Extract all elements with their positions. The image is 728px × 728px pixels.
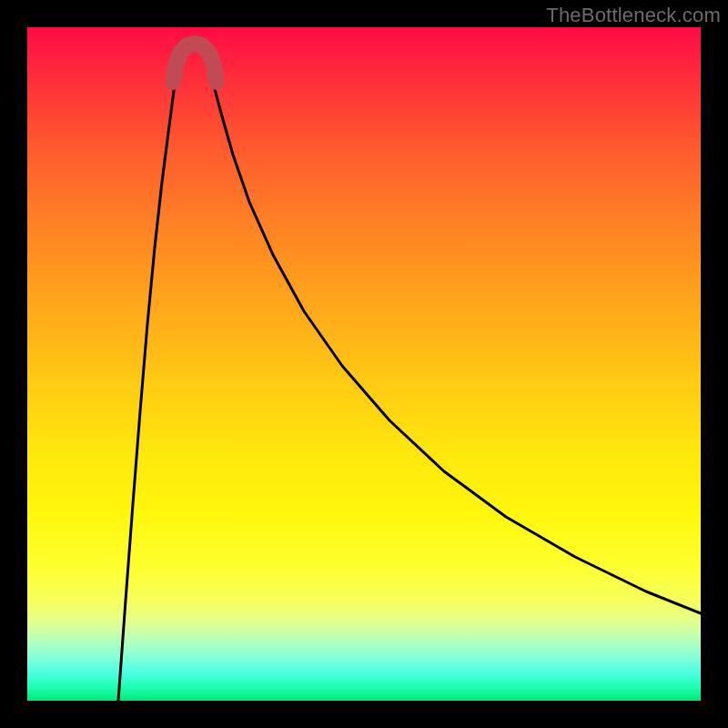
curve-left-branch [118, 64, 178, 701]
cup-marker [173, 44, 217, 82]
plot-area [27, 27, 701, 701]
watermark-text: TheBottleneck.com [546, 4, 721, 27]
chart-frame: TheBottleneck.com [0, 0, 728, 728]
curve-right-branch [207, 64, 701, 613]
curve-layer [27, 27, 701, 701]
